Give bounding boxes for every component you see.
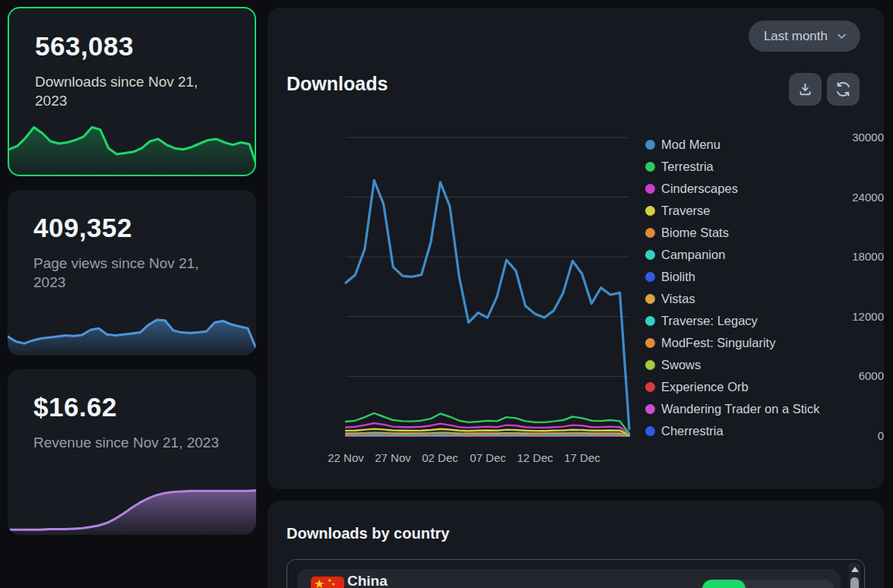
country-name: China — [347, 573, 388, 588]
refresh-icon — [835, 81, 851, 97]
legend-dot-icon — [645, 360, 655, 370]
legend-item-cinderscapes[interactable]: Cinderscapes — [645, 178, 877, 200]
chart-legend: Mod Menu Terrestria Cinderscapes Travers… — [645, 134, 877, 442]
x-axis-tick: 22 Nov — [321, 451, 370, 464]
legend-dot-icon — [645, 316, 655, 326]
legend-label: Cinderscapes — [661, 182, 738, 196]
x-axis-tick: 07 Dec — [464, 451, 512, 464]
period-selector[interactable]: Last month — [749, 21, 860, 52]
page-views-stat-card: 409,352 Page views since Nov 21, 2023 — [8, 190, 256, 356]
legend-label: Mod Menu — [661, 138, 720, 152]
legend-item-vistas[interactable]: Vistas — [645, 288, 877, 310]
cn-flag-icon: ★ ★ ★ ★ ★ — [311, 577, 344, 588]
revenue-total: $16.62 — [33, 392, 117, 422]
legend-dot-icon — [645, 272, 655, 282]
legend-dot-icon — [645, 250, 655, 260]
legend-dot-icon — [645, 140, 655, 150]
legend-dot-icon — [645, 228, 655, 238]
legend-label: ModFest: Singularity — [661, 336, 775, 350]
downloads-by-country-panel: Downloads by country ★ ★ ★ ★ ★ China — [268, 501, 884, 588]
legend-label: Swows — [661, 358, 701, 372]
legend-item-wandering-trader-on-a-stick[interactable]: Wandering Trader on a Stick — [645, 398, 877, 420]
page-views-total: 409,352 — [33, 213, 132, 243]
legend-label: Biome Stats — [661, 226, 729, 240]
download-icon — [797, 81, 813, 97]
legend-dot-icon — [645, 382, 655, 392]
legend-dot-icon — [645, 404, 655, 414]
revenue-sparkline — [8, 475, 256, 535]
x-axis-tick: 12 Dec — [511, 451, 559, 464]
analytics-dashboard: 563,083 Downloads since Nov 21, 2023 409… — [0, 0, 893, 588]
country-progress-track — [702, 580, 834, 588]
legend-dot-icon — [645, 426, 655, 436]
legend-label: Traverse — [661, 204, 711, 218]
country-row-china: ★ ★ ★ ★ ★ China — [297, 569, 841, 588]
revenue-total-label: Revenue since Nov 21, 2023 — [33, 433, 228, 452]
page-views-total-label: Page views since Nov 21, 2023 — [33, 254, 228, 292]
legend-label: Vistas — [661, 292, 695, 306]
country-progress-fill — [702, 580, 746, 588]
legend-item-experience-orb[interactable]: Experience Orb — [645, 376, 877, 398]
legend-item-terrestria[interactable]: Terrestria — [645, 156, 877, 178]
legend-item-modfest-singularity[interactable]: ModFest: Singularity — [645, 332, 877, 354]
country-panel-title: Downloads by country — [287, 525, 449, 542]
chart-title: Downloads — [287, 73, 388, 95]
refresh-chart-button[interactable] — [827, 73, 860, 106]
legend-label: Cherrestria — [661, 424, 724, 438]
legend-label: Experience Orb — [661, 380, 749, 394]
downloads-total: 563,083 — [35, 31, 134, 62]
legend-dot-icon — [645, 162, 655, 172]
legend-label: Campanion — [661, 248, 725, 262]
country-list: ★ ★ ★ ★ ★ China — [287, 559, 865, 588]
country-list-scrollbar[interactable] — [849, 563, 860, 588]
period-selector-label: Last month — [764, 29, 828, 44]
legend-item-swows[interactable]: Swows — [645, 354, 877, 376]
legend-item-traverse[interactable]: Traverse — [645, 200, 877, 222]
chevron-down-icon — [836, 30, 847, 42]
legend-label: Biolith — [661, 270, 695, 284]
legend-dot-icon — [645, 184, 655, 194]
revenue-stat-card: $16.62 Revenue since Nov 21, 2023 — [8, 369, 256, 535]
legend-dot-icon — [645, 294, 655, 304]
downloads-chart-panel: Last month Downloads 0600012000180002400… — [268, 8, 884, 489]
downloads-stat-card: 563,083 Downloads since Nov 21, 2023 — [8, 7, 256, 176]
downloads-line-chart — [346, 138, 629, 436]
series-mod-menu — [346, 180, 629, 429]
x-axis-tick: 27 Nov — [369, 451, 417, 464]
legend-item-campanion[interactable]: Campanion — [645, 244, 877, 266]
legend-dot-icon — [645, 206, 655, 216]
page-views-sparkline — [8, 298, 256, 356]
legend-item-biome-stats[interactable]: Biome Stats — [645, 222, 877, 244]
x-axis-tick: 02 Dec — [416, 451, 464, 464]
legend-item-biolith[interactable]: Biolith — [645, 266, 877, 288]
legend-dot-icon — [645, 338, 655, 348]
export-chart-button[interactable] — [789, 73, 822, 106]
legend-label: Traverse: Legacy — [661, 314, 758, 328]
scroll-up-icon[interactable] — [851, 567, 859, 572]
x-axis-tick: 17 Dec — [558, 451, 606, 464]
legend-item-mod-menu[interactable]: Mod Menu — [645, 134, 877, 156]
legend-label: Wandering Trader on a Stick — [661, 402, 820, 416]
legend-item-cherrestria[interactable]: Cherrestria — [645, 420, 877, 442]
downloads-total-label: Downloads since Nov 21, 2023 — [35, 72, 230, 110]
legend-item-traverse-legacy[interactable]: Traverse: Legacy — [645, 310, 877, 332]
scrollbar-thumb[interactable] — [850, 577, 859, 588]
downloads-sparkline — [9, 109, 256, 175]
legend-label: Terrestria — [661, 160, 714, 174]
